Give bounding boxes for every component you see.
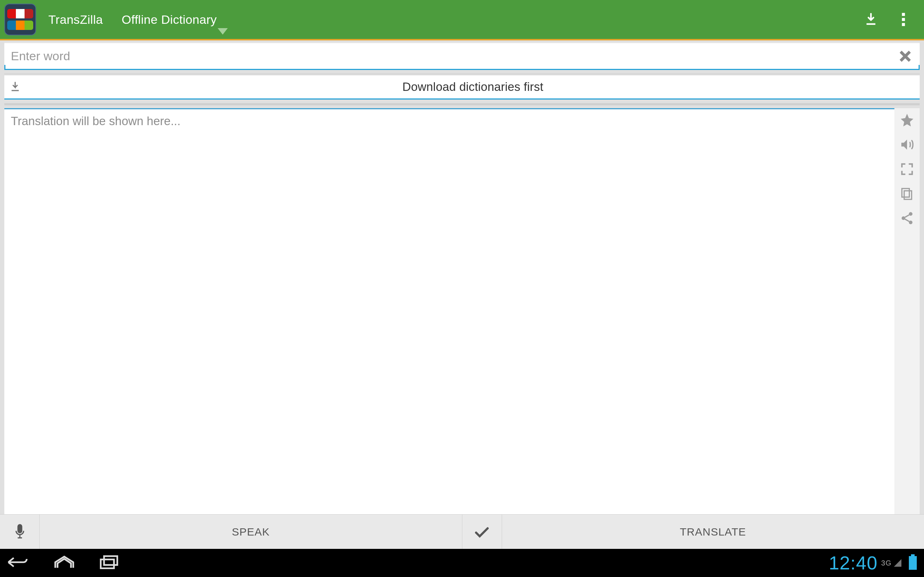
speak-output-button[interactable] bbox=[898, 135, 916, 154]
close-icon bbox=[898, 49, 912, 63]
download-dictionary-button[interactable] bbox=[4, 75, 26, 99]
speaker-icon bbox=[900, 137, 914, 152]
home-icon bbox=[54, 555, 74, 569]
mic-button[interactable] bbox=[0, 515, 40, 549]
svg-rect-0 bbox=[867, 23, 876, 25]
system-navigation-bar: 12:40 3G bbox=[0, 549, 924, 577]
expand-icon bbox=[900, 162, 914, 176]
dictionary-selector-bar[interactable]: Download dictionaries first bbox=[4, 75, 920, 100]
tab-label: TransZilla bbox=[48, 13, 103, 27]
copy-icon bbox=[900, 187, 914, 200]
svg-rect-12 bbox=[104, 556, 117, 565]
bottom-action-bar: SPEAK TRANSLATE bbox=[0, 514, 924, 549]
download-button[interactable] bbox=[855, 0, 887, 39]
app-icon[interactable] bbox=[4, 3, 36, 35]
svg-point-8 bbox=[901, 216, 905, 220]
dropdown-triangle-icon bbox=[218, 28, 228, 35]
battery-charging-icon bbox=[909, 556, 917, 570]
status-clock[interactable]: 12:40 3G bbox=[829, 552, 917, 574]
copy-button[interactable] bbox=[898, 185, 916, 203]
translation-output: Translation will be shown here... bbox=[4, 108, 894, 514]
signal-icon bbox=[893, 558, 902, 567]
confirm-button[interactable] bbox=[462, 515, 502, 549]
favorite-button[interactable] bbox=[898, 111, 916, 129]
microphone-icon bbox=[13, 523, 26, 541]
clear-input-button[interactable] bbox=[891, 43, 920, 70]
svg-rect-1 bbox=[902, 13, 905, 16]
star-icon bbox=[900, 113, 914, 128]
overflow-menu-icon bbox=[898, 12, 909, 27]
nav-back-button[interactable] bbox=[7, 555, 29, 571]
tab-label: Offline Dictionary bbox=[122, 13, 217, 27]
network-indicator: 3G bbox=[881, 558, 902, 567]
tab-transzilla[interactable]: TransZilla bbox=[39, 0, 112, 39]
back-icon bbox=[7, 555, 29, 569]
translate-button[interactable]: TRANSLATE bbox=[502, 515, 924, 549]
recent-apps-icon bbox=[100, 555, 118, 569]
svg-point-9 bbox=[909, 221, 913, 224]
tab-offline-dictionary[interactable]: Offline Dictionary bbox=[112, 0, 237, 39]
speak-button[interactable]: SPEAK bbox=[40, 515, 462, 549]
download-icon bbox=[9, 81, 21, 93]
svg-point-7 bbox=[909, 212, 913, 216]
dictionary-status-text: Download dictionaries first bbox=[26, 80, 920, 94]
svg-rect-10 bbox=[18, 524, 22, 533]
fullscreen-button[interactable] bbox=[898, 160, 916, 178]
check-icon bbox=[473, 523, 491, 541]
clock-text: 12:40 bbox=[829, 552, 877, 574]
action-bar: TransZilla Offline Dictionary bbox=[0, 0, 924, 39]
svg-rect-11 bbox=[101, 559, 114, 568]
download-icon bbox=[863, 12, 879, 27]
nav-recent-button[interactable] bbox=[100, 555, 118, 571]
translation-placeholder: Translation will be shown here... bbox=[11, 114, 181, 128]
svg-rect-5 bbox=[904, 191, 912, 200]
network-label: 3G bbox=[881, 559, 892, 567]
overflow-menu-button[interactable] bbox=[887, 0, 920, 39]
share-icon bbox=[900, 211, 914, 226]
svg-rect-3 bbox=[902, 23, 905, 26]
nav-home-button[interactable] bbox=[54, 555, 74, 571]
word-input[interactable] bbox=[4, 43, 891, 69]
svg-rect-2 bbox=[902, 18, 905, 21]
svg-rect-6 bbox=[902, 189, 909, 197]
word-input-row bbox=[4, 43, 920, 70]
speak-label: SPEAK bbox=[232, 526, 270, 538]
translate-label: TRANSLATE bbox=[680, 526, 746, 538]
svg-rect-4 bbox=[11, 90, 19, 91]
result-side-toolbar bbox=[894, 108, 920, 514]
share-button[interactable] bbox=[898, 209, 916, 227]
result-area: Translation will be shown here... bbox=[4, 108, 920, 514]
